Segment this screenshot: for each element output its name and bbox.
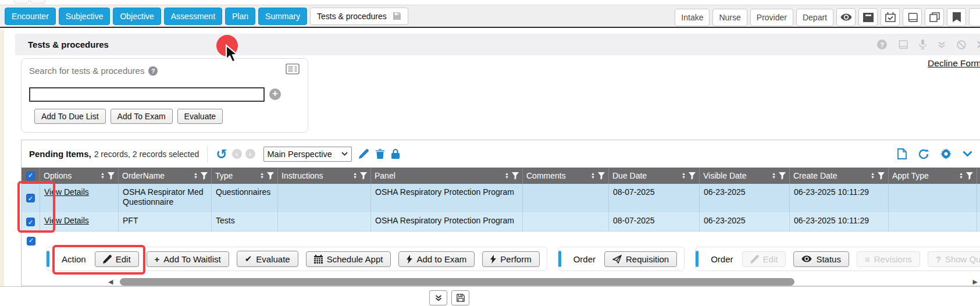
column-due-date[interactable]: Due Date <box>612 171 679 180</box>
calendar-check-button[interactable] <box>881 8 900 26</box>
sort-icon[interactable]: ▲▼ <box>959 172 963 179</box>
lock-icon[interactable] <box>391 149 400 159</box>
filter-icon[interactable] <box>108 172 115 180</box>
help-icon[interactable]: ? <box>148 66 158 76</box>
book-icon[interactable] <box>898 40 908 49</box>
nurse-button[interactable]: Nurse <box>712 9 747 26</box>
intake-button[interactable]: Intake <box>675 9 710 26</box>
select-all-footer-checkbox[interactable] <box>27 237 35 245</box>
tab-plan[interactable]: Plan <box>225 8 255 25</box>
sort-icon[interactable]: ▲▼ <box>772 172 776 179</box>
evaluate-button[interactable]: Evaluate <box>177 109 223 124</box>
scroll-right-arrow[interactable]: ▶ <box>971 278 978 286</box>
requisition-button[interactable]: Requisition <box>604 251 677 267</box>
scrollbar-track[interactable] <box>115 278 971 286</box>
bolt-icon <box>407 255 412 264</box>
bookmark-button[interactable] <box>947 8 966 26</box>
section-header-icons: ? <box>877 34 980 55</box>
book-button[interactable] <box>903 8 922 26</box>
cell-appt-type <box>889 184 977 212</box>
cell-instructions <box>278 212 371 231</box>
eye-icon <box>840 13 852 21</box>
sort-icon[interactable]: ▲▼ <box>871 172 875 179</box>
decline-forms-link[interactable]: Decline Forms <box>928 58 980 69</box>
refresh-icon[interactable] <box>918 149 929 159</box>
column-visible-date[interactable]: Visible Date <box>703 171 769 180</box>
sort-icon[interactable]: ▲▼ <box>505 172 509 179</box>
sort-icon[interactable]: ▲▼ <box>353 172 357 179</box>
settings-icon[interactable] <box>940 148 952 159</box>
edit-perspective-icon[interactable] <box>359 149 369 159</box>
tab-tests-procedures[interactable]: Tests & procedures <box>310 8 408 25</box>
add-to-due-list-button[interactable]: Add To Due List <box>34 109 106 124</box>
cell-type: Questionnaires <box>212 184 278 212</box>
scrollbar-thumb[interactable] <box>120 278 794 286</box>
perform-button[interactable]: Perform <box>482 251 539 267</box>
column-create-date[interactable]: Create Date <box>793 171 868 180</box>
new-file-icon[interactable] <box>897 148 907 159</box>
app-window: Encounter Subjective Objective Assessmen… <box>0 0 980 306</box>
filter-icon[interactable] <box>878 172 885 180</box>
copy-button[interactable] <box>925 8 944 26</box>
sort-icon[interactable]: ▲▼ <box>682 172 686 179</box>
column-ordername[interactable]: OrderName <box>122 171 191 180</box>
archive-icon <box>863 13 874 22</box>
undo-icon[interactable]: ↺ <box>216 148 227 160</box>
column-options[interactable]: Options <box>44 171 98 180</box>
tab-objective[interactable]: Objective <box>113 8 161 25</box>
filter-icon[interactable] <box>966 172 973 180</box>
evaluate-action-button[interactable]: ✔ Evaluate <box>237 251 298 267</box>
column-panel[interactable]: Panel <box>375 171 502 180</box>
sort-icon[interactable]: ▲▼ <box>591 172 595 179</box>
depart-button[interactable]: Depart <box>796 9 833 26</box>
perspective-select[interactable]: Main Perspective <box>263 147 352 162</box>
cell-visible-date: 06-23-2025 <box>700 184 790 212</box>
sort-icon[interactable]: ▲▼ <box>194 172 198 179</box>
tab-subjective[interactable]: Subjective <box>59 8 111 25</box>
status-button[interactable]: Status <box>793 251 849 267</box>
sort-icon[interactable]: ▲▼ <box>260 172 264 179</box>
list-view-icon[interactable] <box>286 63 300 74</box>
eye-button[interactable] <box>836 8 856 26</box>
microphone-icon[interactable] <box>919 40 926 49</box>
column-appt-type[interactable]: Appt Type <box>892 171 956 180</box>
scroll-left-arrow[interactable]: ◀ <box>108 278 115 286</box>
help-icon[interactable]: ? <box>877 40 887 49</box>
filter-icon[interactable] <box>779 172 786 180</box>
archive-button[interactable] <box>858 8 878 26</box>
filter-icon[interactable] <box>267 172 274 180</box>
column-comments[interactable]: Comments <box>526 171 588 180</box>
next-page-icon[interactable]: › <box>245 149 255 159</box>
disable-icon[interactable] <box>957 40 966 49</box>
collapse-section-button[interactable] <box>429 290 447 305</box>
column-instructions[interactable]: Instructions <box>281 171 350 180</box>
add-circle-icon[interactable]: + <box>269 88 281 100</box>
add-to-waitlist-button[interactable]: + Add To Waitlist <box>147 251 229 267</box>
column-type[interactable]: Type <box>215 171 257 180</box>
prev-page-icon[interactable]: ‹ <box>232 149 242 159</box>
delete-perspective-icon[interactable] <box>376 149 384 159</box>
add-to-exam-button[interactable]: Add To Exam <box>111 109 173 124</box>
provider-button[interactable]: Provider <box>750 9 793 26</box>
close-icon[interactable] <box>977 41 980 48</box>
tab-encounter[interactable]: Encounter <box>5 8 56 25</box>
tab-summary[interactable]: Summary <box>258 8 307 25</box>
collapse-grid-icon[interactable] <box>963 151 972 157</box>
add-to-exam-button[interactable]: Add to Exam <box>398 251 475 267</box>
horizontal-scrollbar[interactable]: ◀ ▶ <box>108 277 978 286</box>
tab-assessment[interactable]: Assessment <box>164 8 222 25</box>
cell-type: Tests <box>212 212 278 231</box>
clipped-icon-button[interactable] <box>969 8 980 26</box>
pending-items-toolbar: Pending Items, 2 records, 2 records sele… <box>22 140 980 168</box>
filter-icon[interactable] <box>512 172 519 180</box>
filter-icon[interactable] <box>201 172 208 180</box>
filter-icon[interactable] <box>360 172 367 180</box>
filter-icon[interactable] <box>598 172 605 180</box>
cell-due-date: 08-07-2025 <box>609 212 700 231</box>
search-input[interactable] <box>29 87 265 102</box>
schedule-appt-button[interactable]: Schedule Appt <box>306 251 391 267</box>
sort-icon[interactable]: ▲▼ <box>101 172 105 179</box>
collapse-icon[interactable] <box>938 41 946 48</box>
filter-icon[interactable] <box>689 172 696 180</box>
save-section-button[interactable] <box>451 290 469 305</box>
